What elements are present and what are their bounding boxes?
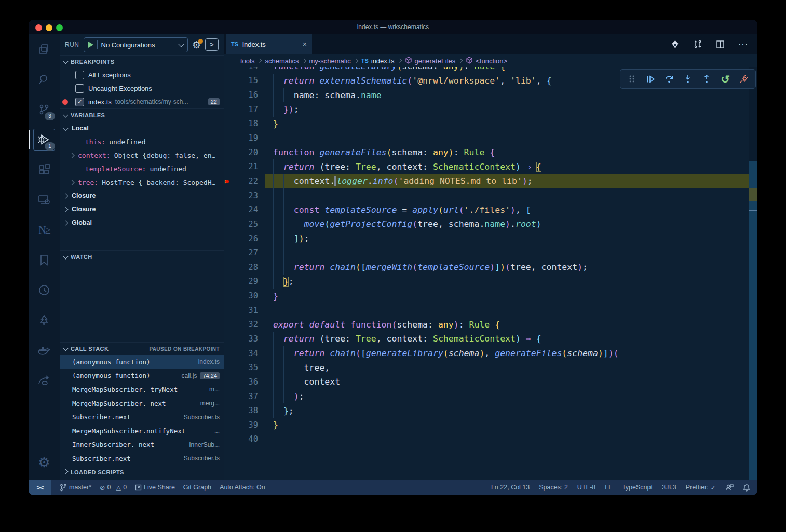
line-number[interactable]: 15 [235, 76, 258, 85]
code-line[interactable]: 40 [224, 432, 749, 447]
sidebar-item-gitlens[interactable] [29, 275, 60, 305]
split-editor-icon[interactable] [716, 40, 725, 49]
step-out-button[interactable] [700, 72, 713, 86]
debug-console-icon[interactable]: > [205, 38, 219, 51]
line-number[interactable]: 33 [235, 334, 258, 344]
breakpoint-gutter[interactable] [224, 389, 235, 404]
code-line[interactable]: 36 context [224, 375, 749, 389]
line-number[interactable]: 22 [235, 176, 258, 186]
call-stack-section-header[interactable]: CALL STACK PAUSED ON BREAKPOINT [60, 342, 224, 355]
gitlens-icon[interactable] [671, 40, 680, 49]
chevron-right-icon[interactable] [70, 153, 75, 158]
variable-row[interactable]: Local [60, 121, 224, 135]
loaded-scripts-section-header[interactable]: LOADED SCRIPTS [60, 466, 224, 479]
breakpoint-checkbox[interactable] [75, 71, 84, 79]
code-line[interactable]: 34 return chain([generateLibrary(schema)… [224, 346, 749, 361]
launch-configuration-dropdown[interactable]: No Configurations [84, 37, 188, 52]
code-line[interactable]: 19 [224, 131, 749, 145]
code-line[interactable]: 18} [224, 117, 749, 131]
breadcrumb-item-my-schematic[interactable]: my-schematic [309, 57, 351, 65]
code-line[interactable]: 20function generateFiles(schema: any): R… [224, 145, 749, 160]
breakpoint-gutter[interactable] [224, 303, 235, 318]
code-line[interactable]: 33 return (tree: Tree, context: Schemati… [224, 332, 749, 346]
sidebar-item-nx-console[interactable]: N≥ [29, 215, 60, 245]
sidebar-item-search[interactable] [29, 64, 60, 94]
breakpoint-row[interactable]: Uncaught Exceptions [60, 81, 224, 95]
chevron-right-icon[interactable] [63, 193, 69, 198]
line-number[interactable]: 37 [235, 392, 258, 401]
breakpoint-gutter[interactable] [224, 418, 235, 432]
breakpoint-gutter[interactable] [224, 360, 235, 375]
line-number[interactable]: 28 [235, 263, 258, 272]
breakpoint-gutter[interactable] [224, 260, 235, 275]
breakpoint-gutter[interactable] [224, 231, 235, 246]
variables-section-header[interactable]: VARIABLES [60, 108, 224, 121]
continue-button[interactable] [644, 72, 657, 86]
encoding-status[interactable]: UTF-8 [577, 484, 595, 491]
code-line[interactable]: 37 ); [224, 389, 749, 404]
line-number[interactable]: 24 [235, 205, 258, 214]
line-number[interactable]: 19 [235, 133, 258, 143]
code-line[interactable]: ▶22 context.logger.info('adding NOTES.md… [224, 174, 749, 188]
drag-grip-icon[interactable] [625, 72, 639, 86]
prettier-status[interactable]: Prettier:✓ [686, 484, 716, 492]
breakpoint-gutter[interactable] [224, 289, 235, 303]
language-mode-status[interactable]: TypeScript [622, 484, 653, 491]
code-line[interactable]: 28 return chain([mergeWith(templateSourc… [224, 260, 749, 275]
line-number[interactable]: 31 [235, 306, 258, 315]
line-number[interactable]: 23 [235, 191, 258, 200]
sidebar-item-docker[interactable] [29, 335, 60, 365]
disconnect-button[interactable] [737, 72, 751, 86]
breakpoint-gutter[interactable] [224, 346, 235, 361]
code-line[interactable]: 38 }; [224, 403, 749, 418]
breadcrumb-item-tools[interactable]: tools [240, 57, 254, 65]
breakpoint-checkbox[interactable] [75, 84, 84, 93]
breakpoints-section-header[interactable]: BREAKPOINTS [60, 55, 224, 68]
line-number[interactable]: 29 [235, 277, 258, 286]
variable-row[interactable]: Closure [60, 189, 224, 202]
code-line[interactable]: 39} [224, 418, 749, 432]
close-tab-icon[interactable]: × [303, 40, 307, 48]
breadcrumb-item--function-[interactable]: <function> [466, 57, 507, 65]
line-number[interactable]: 27 [235, 248, 258, 257]
line-number[interactable]: 20 [235, 148, 258, 157]
line-number[interactable]: 35 [235, 363, 258, 372]
more-actions-icon[interactable]: ··· [738, 39, 748, 49]
line-number[interactable]: 16 [235, 90, 258, 100]
breakpoint-gutter[interactable] [224, 403, 235, 418]
line-number[interactable]: 25 [235, 220, 258, 229]
errors-warnings-status[interactable]: ⊘0 △0 [100, 484, 127, 492]
line-number[interactable]: 39 [235, 420, 258, 430]
variable-row[interactable]: context:Object {debug: false, en… [60, 148, 224, 162]
chevron-right-icon[interactable] [63, 207, 69, 212]
step-over-button[interactable] [662, 72, 676, 86]
breakpoint-gutter[interactable] [224, 88, 235, 102]
code-line[interactable]: 32export default function(schema: any): … [224, 318, 749, 332]
line-number[interactable]: 40 [235, 434, 258, 444]
line-number[interactable]: 21 [235, 162, 258, 171]
line-number[interactable]: 38 [235, 406, 258, 415]
notifications-bell-icon[interactable] [743, 484, 750, 492]
sidebar-item-extensions[interactable] [29, 155, 60, 185]
sidebar-item-test-explorer[interactable] [29, 305, 60, 335]
line-number[interactable]: 26 [235, 234, 258, 243]
compare-changes-icon[interactable] [693, 39, 702, 49]
breakpoint-row[interactable]: All Exceptions [60, 68, 224, 81]
step-into-button[interactable] [681, 72, 695, 86]
sidebar-item-bookmarks[interactable] [29, 245, 60, 275]
line-number[interactable]: 34 [235, 349, 258, 358]
code-line[interactable]: 25 move(getProjectConfig(tree, schema.na… [224, 217, 749, 231]
code-line[interactable]: 24 const templateSource = apply(url('./f… [224, 202, 749, 217]
variable-row[interactable]: Closure [60, 202, 224, 216]
sidebar-item-remote-explorer[interactable] [29, 185, 60, 215]
breadcrumb-item-generatefiles[interactable]: generateFiles [405, 57, 456, 65]
breakpoint-row[interactable]: ✓index.tstools/schematics/my-sch...22 [60, 95, 224, 108]
breakpoint-gutter[interactable] [224, 202, 235, 217]
breakpoint-gutter[interactable]: ▶ [224, 174, 235, 188]
variable-row[interactable]: Global [60, 216, 224, 229]
breakpoint-gutter[interactable] [224, 217, 235, 231]
breakpoint-gutter[interactable] [224, 102, 235, 117]
variable-row[interactable]: templateSource:undefined [60, 162, 224, 175]
call-stack-frame[interactable]: (anonymous function)call.js74:24 [60, 369, 224, 383]
breakpoint-gutter[interactable] [224, 188, 235, 203]
